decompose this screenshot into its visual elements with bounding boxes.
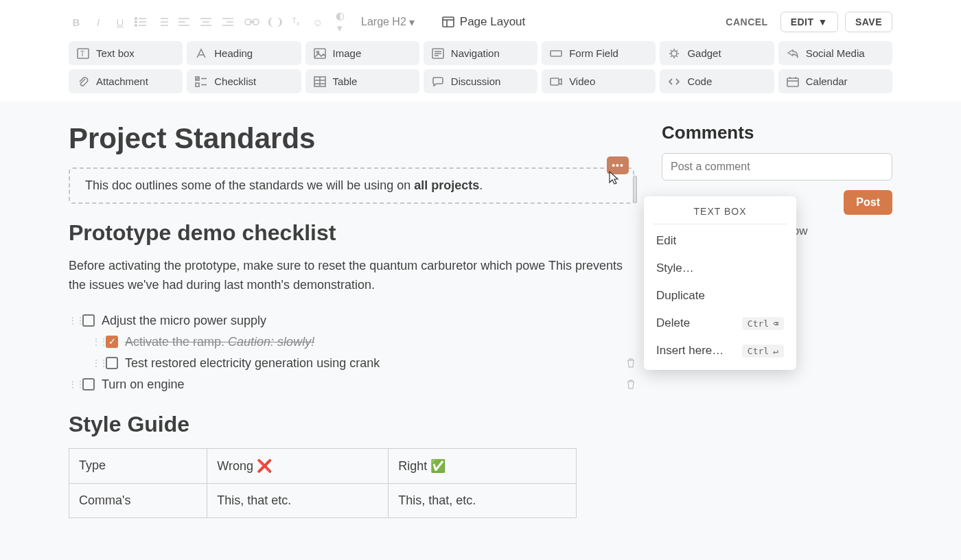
code-icon [668,76,680,87]
format-toolbar: B I U ❨❩ Tx ☺ ◐ ▾ Large H2 ▾ [69,5,892,41]
tile-label: Table [333,75,358,87]
link-button[interactable] [244,17,259,27]
clear-format-button[interactable]: Tx [288,16,303,27]
checklist: ⋮⋮Adjust the micro power supply⋮⋮Activat… [69,310,634,395]
intro-text: This doc outlines some of the standards … [85,178,483,192]
cancel-button[interactable]: CANCEL [726,16,767,27]
numbered-list-button[interactable] [157,17,172,27]
heading-style-dropdown[interactable]: Large H2 ▾ [361,16,415,29]
style-guide-table: Type Wrong ❌ Right ✅ Comma's This, that … [69,448,577,518]
comment-input[interactable] [662,153,892,180]
text-box-block[interactable]: This doc outlines some of the standards … [69,167,634,204]
checkbox[interactable] [106,357,118,369]
resize-handle-right[interactable] [633,176,637,203]
italic-button[interactable]: I [91,16,106,28]
save-button[interactable]: SAVE [845,12,892,32]
checklist-text: Test restored electricity generation usi… [125,356,380,371]
svg-text:T: T [80,50,84,58]
insert-tile-calendar[interactable]: Calendar [778,69,892,93]
context-menu-duplicate[interactable]: Duplicate [644,282,796,310]
layout-icon [442,16,454,27]
table-icon [314,76,326,87]
insert-tile-text-box[interactable]: TText box [69,41,183,65]
heading-style-label: Large H2 [361,16,406,28]
insert-tile-social-media[interactable]: Social Media [778,41,892,65]
shortcut-badge: Ctrl↵ [742,345,784,358]
edit-label: EDIT [791,16,814,27]
code-button[interactable]: ❨❩ [266,16,281,28]
insert-tile-attachment[interactable]: Attachment [69,69,183,93]
svg-rect-32 [551,51,561,56]
trash-icon[interactable] [626,379,636,390]
drag-handle-icon[interactable]: ⋮⋮ [69,380,76,389]
tile-label: Text box [96,47,135,59]
tile-label: Checklist [214,75,256,87]
insert-tile-discussion[interactable]: Discussion [424,69,537,93]
insert-tile-code[interactable]: Code [660,69,774,93]
checkbox[interactable] [82,378,95,390]
insert-tile-form-field[interactable]: Form Field [542,41,656,65]
table-header-wrong: Wrong ❌ [207,448,389,483]
table-row: Comma's This, that etc. This, that, etc. [69,483,577,517]
align-left-button[interactable] [178,18,194,26]
color-button[interactable]: ◐ ▾ [332,10,347,34]
align-right-button[interactable] [222,18,238,26]
table-header-row: Type Wrong ❌ Right ✅ [69,448,577,483]
chevron-down-icon: ▼ [818,16,828,27]
checklist-item: ⋮⋮Activate the ramp. Caution: slowly! [92,331,634,353]
bold-button[interactable]: B [69,16,84,28]
checklist-text: Adjust the micro power supply [102,314,266,328]
image-icon [314,48,326,59]
svg-point-2 [135,21,137,23]
section-heading-checklist: Prototype demo checklist [69,220,634,246]
context-menu-style[interactable]: Style… [644,255,796,282]
svg-rect-44 [787,78,798,86]
context-menu-delete[interactable]: Delete Ctrl⌫ [644,310,796,337]
insert-tile-video[interactable]: Video [542,69,656,93]
checklist-text: Activate the ramp. Caution: slowly! [125,335,314,349]
navigation-icon [432,48,444,59]
insert-tile-gadget[interactable]: Gadget [660,41,774,65]
post-comment-button[interactable]: Post [844,190,892,215]
drag-handle-icon[interactable]: ⋮⋮ [92,358,99,368]
emoji-button[interactable]: ☺ [310,16,325,28]
gadget-icon [668,48,680,59]
tile-label: Discussion [451,75,501,87]
checkbox[interactable] [82,314,95,327]
svg-point-0 [135,18,137,20]
tile-label: Social Media [806,47,865,59]
svg-rect-21 [443,17,454,27]
checklist-item: ⋮⋮Turn on engine [69,374,634,395]
textbox-icon: T [77,48,89,59]
drag-handle-icon[interactable]: ⋮⋮ [92,337,99,347]
section-heading-styleguide: Style Guide [69,412,634,437]
tile-label: Code [687,75,712,87]
page-layout-label: Page Layout [460,15,525,29]
table-header-type: Type [69,448,207,483]
page-layout-button[interactable]: Page Layout [442,15,525,29]
trash-icon[interactable] [626,358,636,369]
context-menu-edit[interactable]: Edit [644,227,796,255]
align-center-button[interactable] [200,18,216,26]
underline-button[interactable]: U [113,16,128,28]
video-icon [550,76,562,87]
context-menu-insert[interactable]: Insert here… Ctrl↵ [644,337,796,364]
edit-dropdown-button[interactable]: EDIT ▼ [780,12,838,32]
insert-tile-heading[interactable]: Heading [187,41,301,65]
checkbox[interactable] [106,336,118,348]
drag-handle-icon[interactable]: ⋮⋮ [69,316,76,325]
svg-rect-26 [314,49,325,58]
checklist-icon [195,76,207,87]
tile-label: Navigation [451,47,500,59]
tile-label: Attachment [96,75,148,87]
insert-tile-image[interactable]: Image [305,41,419,65]
checklist-item: ⋮⋮Adjust the micro power supply [69,310,634,331]
bullet-list-button[interactable] [135,17,150,27]
tile-label: Form Field [569,47,618,59]
svg-point-34 [671,51,677,56]
insert-tile-checklist[interactable]: Checklist [187,69,301,93]
checklist-text: Turn on engine [102,377,184,392]
insert-tile-navigation[interactable]: Navigation [424,41,537,65]
tile-label: Video [569,75,595,87]
insert-tile-table[interactable]: Table [305,69,419,93]
